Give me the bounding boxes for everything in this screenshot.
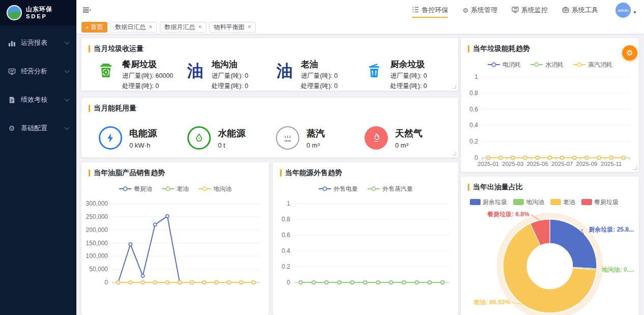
card-waste-intake: 当月垃圾收运量 餐厨垃圾 进厂量(吨): 60000 处理量(吨): 0 <box>81 38 458 91</box>
settings-fab-button[interactable]: ⚙ <box>622 45 637 61</box>
card-title: 当月垃圾收运量 <box>94 44 144 53</box>
legend-marker-icon <box>161 186 175 191</box>
legend-item[interactable]: 老油 <box>161 185 189 193</box>
sidebar-menu: 运营报表 经营分析 绩效考核 ⚙ 基础配置 <box>0 25 76 142</box>
chevron-down-icon <box>65 68 70 73</box>
legend-label: 水消耗 <box>545 61 564 69</box>
sidebar-item-business-analysis[interactable]: 经营分析 <box>0 57 76 85</box>
waste-name: 厨余垃圾 <box>390 59 427 70</box>
svg-text:2025-07: 2025-07 <box>551 161 573 167</box>
list-icon <box>412 6 419 14</box>
sidebar-item-operation-reports[interactable]: 运营报表 <box>0 28 76 57</box>
card-title: 当年垃圾能耗趋势 <box>473 44 530 53</box>
legend-item[interactable]: 地沟油 <box>198 185 232 193</box>
energy-value: 0 kW·h <box>129 141 157 149</box>
nav-label: 系统工具 <box>572 6 598 15</box>
svg-text:0.4: 0.4 <box>469 122 478 129</box>
energy-name: 蒸汽 <box>306 127 325 139</box>
tab-material-balance[interactable]: 物料平衡图 × <box>209 22 256 33</box>
card-title: 当年油脂产品销售趋势 <box>94 168 165 178</box>
nav-item-system-manage[interactable]: ⚙ 系统管理 <box>462 0 497 20</box>
card-title: 当年出油量占比 <box>473 183 523 192</box>
svg-text:0: 0 <box>287 279 290 286</box>
waste-name: 老油 <box>301 59 338 70</box>
resize-grip-icon[interactable] <box>453 152 456 155</box>
title-accent-bar <box>468 184 469 191</box>
svg-text:2025-05: 2025-05 <box>527 161 548 167</box>
energy-item-electricity: 电能源 0 kW·h <box>99 126 187 150</box>
pie-label: 老油: 66.93% <box>473 299 510 306</box>
legend-marker-icon <box>487 62 500 67</box>
svg-text:150,000: 150,000 <box>86 240 108 247</box>
trash-green-icon <box>96 61 116 81</box>
tab-close-icon[interactable]: × <box>247 23 251 31</box>
title-accent-bar <box>89 169 90 177</box>
svg-text:0: 0 <box>104 279 108 286</box>
tab-bar: ● 首页 数据日汇总 × 数据月汇总 × 物料平衡图 × <box>76 20 644 34</box>
pie-label: 餐厨垃圾: 6.8% <box>487 211 529 218</box>
legend-item[interactable]: 外售电量 <box>318 185 358 193</box>
energy-value: 0 t <box>218 141 245 149</box>
legend-label: 电消耗 <box>502 61 521 69</box>
tab-monthly-summary[interactable]: 数据月汇总 × <box>160 22 206 33</box>
chevron-down-icon <box>65 125 70 130</box>
energy-name: 电能源 <box>129 127 157 139</box>
nav-item-lukong-env[interactable]: 鲁控环保 <box>412 0 448 20</box>
svg-text:2025-11: 2025-11 <box>601 161 622 167</box>
legend-item[interactable]: 餐厨垃圾 <box>581 198 619 207</box>
sidebar-item-label: 经营分析 <box>21 67 47 76</box>
oil-character-icon: 油 <box>185 61 206 81</box>
tab-close-icon[interactable]: × <box>198 23 202 31</box>
sidebar-collapse-icon[interactable] <box>82 6 93 15</box>
sidebar-item-performance-review[interactable]: 绩效考核 <box>0 85 76 114</box>
title-accent-bar <box>280 169 282 177</box>
nav-item-system-tools[interactable]: 系统工具 <box>562 0 598 20</box>
card-oil-sales-trend: 当年油脂产品销售趋势 餐厨油老油地沟油050,000100,000150,000… <box>81 162 269 315</box>
nav-label: 系统监控 <box>521 6 548 15</box>
legend-swatch-icon <box>513 199 524 205</box>
legend-marker-icon <box>530 62 543 67</box>
legend-marker-icon <box>198 186 211 191</box>
svg-text:250,000: 250,000 <box>86 213 108 220</box>
legend-label: 外售电量 <box>333 185 358 193</box>
user-menu[interactable]: admin ▼ <box>615 3 637 18</box>
legend-item[interactable]: 水消耗 <box>530 61 564 69</box>
card-title: 当月能耗用量 <box>94 104 136 113</box>
nav-label: 鲁控环保 <box>422 6 448 15</box>
energy-sale-chart: 外售电量外售蒸汽量00.20.40.60.81 <box>273 183 458 292</box>
oil-share-pie-chart: 厨余垃圾地沟油老油餐厨垃圾厨余垃圾: 25.8...地沟油: 0....老油: … <box>461 196 639 315</box>
energy-consumption-chart: 电消耗水消耗蒸汽消耗00.20.40.60.812025-012025-0320… <box>461 59 639 172</box>
legend-item[interactable]: 地沟油 <box>513 198 544 207</box>
resize-grip-icon[interactable] <box>453 85 456 89</box>
chart-legend: 餐厨油老油地沟油 <box>86 183 265 195</box>
legend-label: 地沟油 <box>213 185 232 193</box>
waste-processed-line: 处理量(吨): 0 <box>390 82 427 91</box>
waste-intake-line: 进厂量(吨): 0 <box>212 72 248 80</box>
bar-chart-icon <box>8 39 16 47</box>
legend-item[interactable]: 蒸汽消耗 <box>573 61 612 69</box>
tab-daily-summary[interactable]: 数据日汇总 × <box>110 22 157 33</box>
tab-close-icon[interactable]: × <box>149 23 152 31</box>
svg-text:0.6: 0.6 <box>282 232 290 239</box>
nav-item-system-monitor[interactable]: 系统监控 <box>512 0 548 20</box>
sdep-logo-icon <box>7 5 22 20</box>
waste-processed-line: 处理量(吨): 0 <box>301 82 338 91</box>
legend-item[interactable]: 餐厨油 <box>119 185 152 193</box>
steam-icon <box>276 126 299 150</box>
title-accent-bar <box>89 105 90 112</box>
legend-label: 地沟油 <box>526 198 544 207</box>
legend-item[interactable]: 老油 <box>550 198 575 207</box>
app-logo: 山东环保 SDEP <box>0 0 76 25</box>
legend-item[interactable]: 外售蒸汽量 <box>367 185 413 193</box>
tab-home[interactable]: ● 首页 <box>81 22 107 33</box>
svg-text:300,000: 300,000 <box>86 200 108 207</box>
legend-label: 老油 <box>177 185 189 193</box>
legend-item[interactable]: 电消耗 <box>487 61 521 69</box>
resize-grip-icon[interactable] <box>633 166 637 170</box>
waste-name: 地沟油 <box>212 59 248 70</box>
legend-label: 蒸汽消耗 <box>588 61 612 69</box>
dashboard-content: 当月垃圾收运量 餐厨垃圾 进厂量(吨): 60000 处理量(吨): 0 <box>76 34 644 315</box>
legend-item[interactable]: 厨余垃圾 <box>470 198 507 207</box>
top-header: 鲁控环保 ⚙ 系统管理 系统监控 系统工具 <box>76 0 644 20</box>
sidebar-item-basic-config[interactable]: ⚙ 基础配置 <box>0 114 76 142</box>
